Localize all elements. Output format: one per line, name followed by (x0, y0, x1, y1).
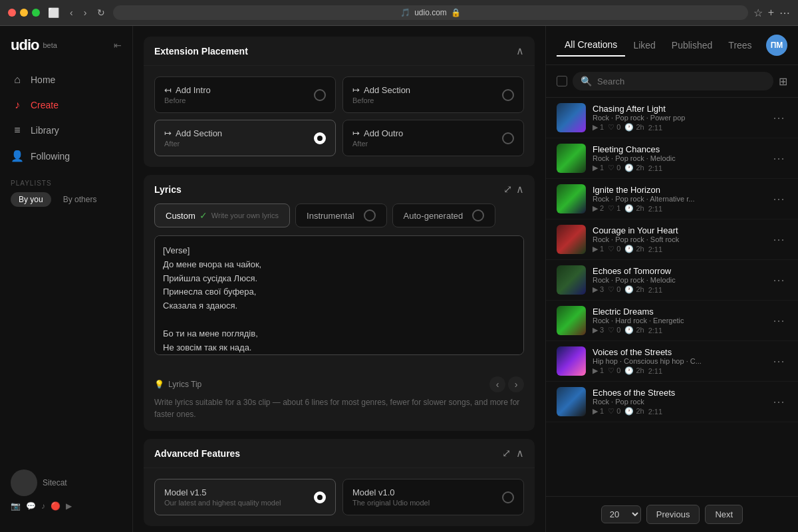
collapse-advanced-icon[interactable]: ∧ (516, 447, 524, 460)
pagination: 20 50 100 Previous Next (546, 496, 798, 532)
lyrics-textarea[interactable]: [Verse] До мене вчора на чайок, Прийшла … (154, 235, 524, 355)
filter-icon[interactable]: ⊞ (779, 75, 787, 88)
sidebar-footer: Sitecat 📷 💬 ♪ 🔴 ▶ (0, 459, 132, 521)
lyrics-tab-auto-generated[interactable]: Auto-generated (392, 203, 496, 227)
previous-button[interactable]: Previous (646, 505, 700, 524)
tip-nav: ‹ › (489, 376, 524, 392)
model-v1-0-option[interactable]: Model v1.0 The original Udio model (342, 479, 524, 515)
add-intro-before-label: ↤ Add Intro (164, 85, 211, 95)
lyrics-tab-custom[interactable]: Custom ✓ Write your own lyrics (154, 203, 290, 227)
add-section-after-radio[interactable] (314, 132, 326, 144)
add-section-before-radio[interactable] (502, 89, 514, 101)
more-options-button[interactable]: ⋯ (770, 270, 787, 290)
select-all-checkbox[interactable] (557, 76, 567, 86)
more-options-button[interactable]: ⋯ (770, 189, 787, 209)
placement-add-intro-before[interactable]: ↤ Add Intro Before (154, 76, 336, 113)
song-meta: ▶ 3 ♡ 0 🕐 2h 2:11 (593, 326, 763, 334)
more-options-button[interactable]: ⋯ (770, 108, 787, 128)
tab-all-creations[interactable]: All Creations (557, 34, 625, 57)
search-input[interactable] (597, 76, 765, 86)
expand-icon[interactable]: ⤢ (503, 183, 512, 196)
more-options-button[interactable]: ⋯ (770, 229, 787, 249)
sidebar-item-following[interactable]: 👤 Following (0, 143, 132, 169)
instagram-icon[interactable]: 📷 (11, 501, 21, 511)
refresh-button[interactable]: ↻ (94, 6, 108, 19)
add-outro-after-radio[interactable] (502, 132, 514, 144)
star-icon[interactable]: ☆ (753, 7, 763, 19)
url-text: udio.com (414, 8, 447, 17)
address-bar[interactable]: 🎵 udio.com 🔒 (113, 5, 747, 20)
model-v1-5-radio[interactable] (314, 491, 326, 503)
song-item-electric-dreams[interactable]: Electric Dreams Rock · Hard rock · Energ… (546, 301, 798, 341)
expand-icon[interactable]: ⇤ (114, 40, 122, 51)
forward-button[interactable]: › (81, 6, 90, 19)
more-options-button[interactable]: ⋯ (770, 351, 787, 371)
expand-advanced-icon[interactable]: ⤢ (502, 447, 511, 460)
tip-next-button[interactable]: › (508, 376, 524, 392)
song-item-courage-in-your-heart[interactable]: Courage in Your Heart Rock · Pop rock · … (546, 219, 798, 260)
song-item-ignite-the-horizon[interactable]: Ignite the Horizon Rock · Pop rock · Alt… (546, 179, 798, 219)
play-count: ▶ 3 (593, 326, 604, 334)
sidebar-item-home[interactable]: ⌂ Home (0, 67, 132, 92)
add-tab-icon[interactable]: + (768, 7, 774, 19)
back-button[interactable]: ‹ (67, 6, 76, 19)
add-outro-after-label: ↦ Add Outro (352, 128, 403, 138)
tab-published[interactable]: Published (664, 35, 721, 56)
instrumental-radio[interactable] (364, 209, 376, 221)
song-thumbnail (557, 144, 586, 173)
song-name: Ignite the Horizon (593, 185, 763, 195)
placement-add-section-before[interactable]: ↦ Add Section Before (342, 76, 524, 113)
right-panel-header: All Creations Liked Published Trees ПМ (546, 26, 798, 65)
song-item-chasing-after-light[interactable]: Chasing After Light Rock · Pop rock · Po… (546, 98, 798, 138)
per-page-select[interactable]: 20 50 100 (601, 505, 641, 523)
sidebar-item-create[interactable]: ♪ Create (0, 92, 132, 118)
playlist-tab-by-you[interactable]: By you (11, 192, 51, 207)
extension-placement-header: Extension Placement ∧ (144, 37, 535, 66)
sidebar-item-library[interactable]: ≡ Library (0, 118, 132, 143)
like-count: ♡ 0 (608, 326, 620, 334)
search-icon: 🔍 (581, 76, 592, 86)
tab-trees[interactable]: Trees (720, 35, 759, 56)
song-item-echoes-of-tomorrow[interactable]: Echoes of Tomorrow Rock · Pop rock · Mel… (546, 260, 798, 301)
more-options-button[interactable]: ⋯ (770, 392, 787, 412)
song-item-voices-of-the-streets[interactable]: Voices of the Streets Hip hop · Consciou… (546, 341, 798, 382)
minimize-button[interactable] (20, 9, 28, 17)
placement-add-outro-after[interactable]: ↦ Add Outro After (342, 120, 524, 156)
lyrics-title: Lyrics (154, 184, 182, 195)
close-button[interactable] (8, 9, 16, 17)
song-item-fleeting-chances[interactable]: Fleeting Chances Rock · Pop rock · Melod… (546, 138, 798, 179)
model-v1-0-radio[interactable] (502, 491, 514, 503)
model-v1-5-option[interactable]: Model v1.5 Our latest and highest qualit… (154, 479, 336, 515)
more-icon[interactable]: ⋯ (779, 7, 790, 19)
tab-liked[interactable]: Liked (625, 35, 663, 56)
lyrics-tab-instrumental[interactable]: Instrumental (295, 203, 387, 227)
next-button[interactable]: Next (705, 505, 743, 524)
tiktok-icon[interactable]: ♪ (41, 501, 45, 511)
placement-grid: ↤ Add Intro Before ↦ Add Section (154, 76, 524, 156)
sidebar-toggle[interactable]: ⬜ (45, 6, 62, 19)
search-bar: 🔍 ⊞ (546, 65, 798, 98)
tip-prev-button[interactable]: ‹ (489, 376, 505, 392)
more-options-button[interactable]: ⋯ (770, 148, 787, 168)
advanced-features-body: Model v1.5 Our latest and highest qualit… (144, 468, 535, 526)
extension-placement-title: Extension Placement (154, 46, 248, 57)
traffic-lights (8, 9, 40, 17)
playlist-tab-by-others[interactable]: By others (55, 192, 105, 207)
add-intro-before-radio[interactable] (314, 89, 326, 101)
model-grid: Model v1.5 Our latest and highest qualit… (154, 479, 524, 515)
browser-chrome: ⬜ ‹ › ↻ 🎵 udio.com 🔒 ☆ + ⋯ (0, 0, 798, 26)
placement-add-section-after[interactable]: ↦ Add Section After (154, 120, 336, 156)
reddit-icon[interactable]: 🔴 (51, 501, 61, 511)
discord-icon[interactable]: 💬 (26, 501, 36, 511)
youtube-icon[interactable]: ▶ (66, 501, 72, 511)
user-avatar: ПМ (766, 35, 787, 56)
maximize-button[interactable] (32, 9, 40, 17)
song-list: Chasing After Light Rock · Pop rock · Po… (546, 98, 798, 496)
extension-placement-toggle[interactable]: ∧ (516, 45, 524, 57)
more-options-button[interactable]: ⋯ (770, 311, 787, 331)
like-count: ♡ 1 (608, 204, 620, 213)
duration: 🕐 2h (624, 164, 644, 172)
song-item-echoes-of-the-streets[interactable]: Echoes of the Streets Rock · Pop rock ▶ … (546, 382, 798, 422)
auto-generated-radio[interactable] (472, 209, 484, 221)
collapse-icon[interactable]: ∧ (516, 183, 524, 196)
